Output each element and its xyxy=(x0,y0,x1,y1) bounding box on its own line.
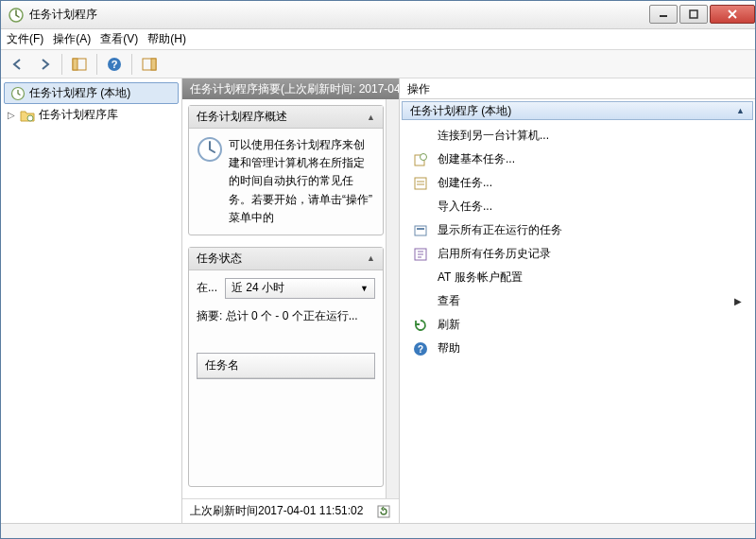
submenu-arrow-icon: ▶ xyxy=(734,296,742,306)
maximize-button[interactable] xyxy=(679,5,708,24)
tree-root-node[interactable]: 任务计划程序 (本地) xyxy=(4,82,179,104)
summary-header-text: 任务计划程序摘要(上次刷新时间: 2017-04-0 xyxy=(190,81,399,97)
action-create-task[interactable]: 创建任务... xyxy=(404,171,751,195)
actions-list: 连接到另一台计算机... 创建基本任务... 创建任务... 导入任务... 显 xyxy=(400,122,755,362)
overview-group: 任务计划程序概述 ▲ 可以使用任务计划程序来创建和管理计算机将在所指定的时间自动… xyxy=(188,105,384,235)
tree-pane: 任务计划程序 (本地) ▷ 任务计划程序库 xyxy=(1,78,182,523)
action-import-task[interactable]: 导入任务... xyxy=(404,195,751,218)
clock-large-icon xyxy=(197,136,223,163)
svg-rect-4 xyxy=(73,59,77,70)
svg-text:?: ? xyxy=(418,344,423,355)
blank-icon xyxy=(413,129,428,144)
statusbar xyxy=(1,523,755,538)
show-hide-action-pane-button[interactable] xyxy=(138,53,161,76)
action-connect[interactable]: 连接到另一台计算机... xyxy=(404,124,751,148)
action-show-running[interactable]: 显示所有正在运行的任务 xyxy=(404,218,751,242)
back-button[interactable] xyxy=(7,53,29,76)
app-window: 任务计划程序 文件(F) 操作(A) 查看(V) 帮助(H) ? xyxy=(0,0,756,539)
refresh-icon[interactable] xyxy=(376,504,391,519)
expand-icon[interactable]: ▷ xyxy=(7,111,16,120)
collapse-icon: ▲ xyxy=(367,113,375,122)
help-button[interactable]: ? xyxy=(103,53,126,76)
action-refresh[interactable]: 刷新 xyxy=(404,313,751,337)
action-create-basic-task[interactable]: 创建基本任务... xyxy=(404,148,751,171)
minimize-button[interactable] xyxy=(649,5,678,24)
task-list: 任务名 xyxy=(197,353,375,379)
help-icon: ? xyxy=(413,341,428,356)
actions-pane: 操作 任务计划程序 (本地) ▲ 连接到另一台计算机... 创建基本任务... … xyxy=(400,78,755,523)
actions-section-header[interactable]: 任务计划程序 (本地) ▲ xyxy=(402,101,753,120)
menu-action[interactable]: 操作(A) xyxy=(53,31,91,47)
overview-text: 可以使用任务计划程序来创建和管理计算机将在所指定的时间自动执行的常见任务。若要开… xyxy=(229,136,375,227)
menu-view[interactable]: 查看(V) xyxy=(100,31,138,47)
running-tasks-icon xyxy=(413,223,428,238)
toolbar: ? xyxy=(1,50,755,78)
svg-point-14 xyxy=(421,153,427,160)
actions-section-label: 任务计划程序 (本地) xyxy=(410,103,511,119)
blank-icon xyxy=(413,270,428,286)
action-label: 导入任务... xyxy=(438,199,492,215)
content-area: 任务计划程序 (本地) ▷ 任务计划程序库 任务计划程序摘要(上次刷新时间: 2… xyxy=(1,78,755,523)
status-range-value: 近 24 小时 xyxy=(232,280,284,296)
action-label: 创建任务... xyxy=(438,175,492,191)
task-basic-icon xyxy=(413,152,428,167)
blank-icon xyxy=(413,200,428,215)
status-group: 任务状态 ▲ 在... 近 24 小时 ▼ 摘要: 总计 0 xyxy=(188,247,384,487)
blank-icon xyxy=(413,294,428,309)
svg-rect-16 xyxy=(415,226,426,235)
dropdown-icon: ▼ xyxy=(360,284,369,293)
status-header[interactable]: 任务状态 ▲ xyxy=(189,248,383,270)
action-enable-history[interactable]: 启用所有任务历史记录 xyxy=(404,242,751,266)
task-list-column-header[interactable]: 任务名 xyxy=(198,354,374,378)
svg-rect-17 xyxy=(417,228,424,230)
refresh-icon xyxy=(413,318,428,333)
close-button[interactable] xyxy=(710,5,755,24)
clock-icon xyxy=(10,86,26,101)
toolbar-separator xyxy=(131,54,132,75)
collapse-icon: ▲ xyxy=(736,106,745,115)
overview-title: 任务计划程序概述 xyxy=(197,109,287,125)
action-label: 查看 xyxy=(438,293,460,309)
titlebar: 任务计划程序 xyxy=(1,1,755,29)
overview-header[interactable]: 任务计划程序概述 ▲ xyxy=(189,106,383,129)
action-label: 启用所有任务历史记录 xyxy=(438,246,551,262)
action-label: 显示所有正在运行的任务 xyxy=(438,222,562,238)
action-label: 连接到另一台计算机... xyxy=(438,128,549,144)
summary-header: 任务计划程序摘要(上次刷新时间: 2017-04-0 xyxy=(182,78,399,99)
action-label: 帮助 xyxy=(438,340,460,356)
status-title: 任务状态 xyxy=(197,251,242,267)
summary-footer: 上次刷新时间2017-04-01 11:51:02 xyxy=(182,498,399,523)
status-summary: 摘要: 总计 0 个 - 0 个正在运行... xyxy=(197,308,375,324)
toolbar-separator xyxy=(61,54,62,75)
action-label: 创建基本任务... xyxy=(438,151,515,167)
action-help[interactable]: ? 帮助 xyxy=(404,337,751,360)
window-title: 任务计划程序 xyxy=(29,7,647,23)
action-label: 刷新 xyxy=(438,317,460,333)
svg-rect-2 xyxy=(690,10,697,18)
action-label: AT 服务帐户配置 xyxy=(438,270,523,286)
menu-help[interactable]: 帮助(H) xyxy=(147,31,186,47)
svg-rect-1 xyxy=(660,15,667,17)
folder-icon xyxy=(20,109,35,122)
svg-rect-8 xyxy=(151,59,156,70)
tree-child-node[interactable]: ▷ 任务计划程序库 xyxy=(1,105,181,125)
summary-pane: 任务计划程序摘要(上次刷新时间: 2017-04-0 任务计划程序概述 ▲ 可以… xyxy=(182,78,400,523)
action-view[interactable]: 查看 ▶ xyxy=(404,289,751,313)
history-icon xyxy=(413,247,428,262)
window-controls xyxy=(647,5,755,26)
svg-point-10 xyxy=(27,115,33,121)
menu-file[interactable]: 文件(F) xyxy=(7,31,43,47)
forward-button[interactable] xyxy=(33,53,56,76)
task-icon xyxy=(413,176,428,191)
collapse-icon: ▲ xyxy=(367,253,375,263)
svg-text:?: ? xyxy=(112,59,118,70)
action-at-config[interactable]: AT 服务帐户配置 xyxy=(404,266,751,289)
toolbar-separator xyxy=(96,54,97,75)
vertical-scrollbar[interactable] xyxy=(386,99,399,498)
actions-title: 操作 xyxy=(400,78,755,99)
show-hide-console-tree-button[interactable] xyxy=(68,53,91,76)
status-range-select[interactable]: 近 24 小时 ▼ xyxy=(225,278,375,299)
last-refresh-text: 上次刷新时间2017-04-01 11:51:02 xyxy=(190,503,363,519)
svg-rect-15 xyxy=(415,178,426,189)
app-icon xyxy=(9,8,24,23)
